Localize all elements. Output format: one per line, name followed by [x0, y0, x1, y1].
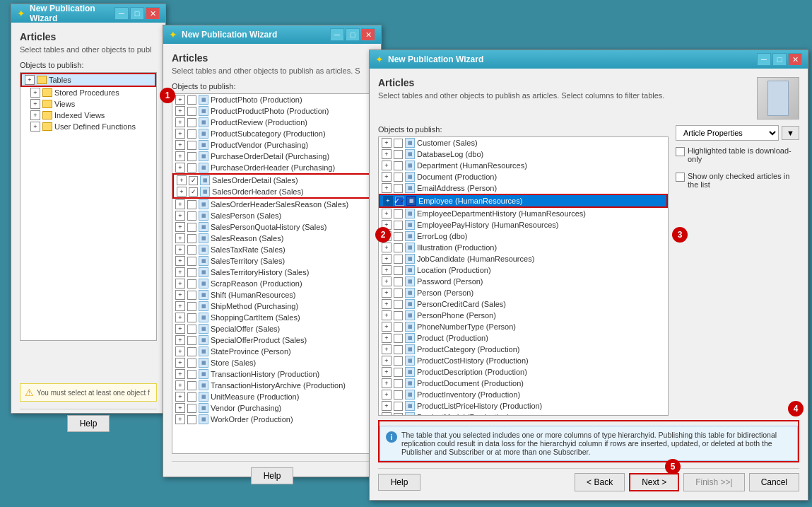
cb-22[interactable] [187, 370, 196, 379]
expand-0[interactable]: + [175, 95, 185, 105]
w2-item-3[interactable]: + ▦ ProductSubcategory (Production) [172, 128, 372, 139]
expand-3[interactable]: + [175, 129, 185, 139]
w3-expand-8[interactable]: + [382, 243, 392, 252]
expand-17[interactable]: + [175, 313, 185, 322]
w3-expand-1[interactable]: + [382, 149, 392, 159]
w2-item-9[interactable]: + ▦ SalesPersonQuotaHistory (Sales) [172, 221, 372, 233]
w3-cb-15[interactable] [394, 322, 403, 332]
close-btn-1[interactable]: ✕ [146, 7, 160, 20]
w3-item-13[interactable]: + ▦ PersonCreditCard (Sales) [379, 298, 668, 310]
expand-21[interactable]: + [175, 358, 185, 368]
cb-5[interactable] [187, 152, 196, 161]
expand-19[interactable]: + [175, 335, 185, 345]
w3-expand-10[interactable]: + [382, 265, 392, 275]
w2-item-13[interactable]: + ▦ SalesTerritoryHistory (Sales) [172, 267, 372, 278]
w3-cb-7[interactable] [394, 232, 403, 241]
w3-cb-16[interactable] [394, 334, 403, 343]
cb-3[interactable] [187, 129, 196, 139]
cb-24[interactable] [187, 392, 196, 402]
expand-18[interactable]: + [175, 324, 185, 334]
tree-item-indexed-views[interactable]: + Indexed Views [20, 110, 156, 121]
cb-18[interactable] [187, 325, 196, 334]
w3-expand-11[interactable]: + [382, 276, 392, 286]
expand-14[interactable]: + [175, 279, 185, 289]
cb-25[interactable] [187, 404, 196, 413]
w3-cb-22[interactable] [394, 402, 403, 411]
w3-cb-9[interactable] [394, 255, 403, 264]
w3-next-btn[interactable]: Next > [629, 473, 679, 491]
w2-item-4[interactable]: + ▦ ProductVendor (Purchasing) [172, 139, 372, 151]
w2-help-btn[interactable]: Help [251, 467, 293, 484]
w3-cb-11[interactable] [394, 277, 403, 286]
expand-15[interactable]: + [175, 290, 185, 300]
w3-expand-4[interactable]: + [382, 183, 392, 193]
tree-item-udf[interactable]: + User Defined Functions [20, 121, 156, 132]
tree-item-stored-procs[interactable]: + Stored Procedures [20, 87, 156, 98]
w3-cb-23[interactable] [394, 413, 403, 416]
w1-tree[interactable]: + Tables + Stored Procedures + Views + I… [20, 72, 157, 341]
w3-item-17[interactable]: + ▦ ProductCategory (Production) [379, 344, 668, 355]
cb-20[interactable] [187, 347, 196, 356]
w2-item-21[interactable]: + ▦ Store (Sales) [172, 357, 372, 368]
w3-item-1[interactable]: + ▦ DatabaseLog (dbo) [379, 148, 668, 160]
show-checked-cb[interactable] [676, 173, 685, 182]
cb-4[interactable] [187, 141, 196, 150]
w3-cb-4[interactable] [394, 184, 403, 193]
cb-1[interactable] [187, 107, 196, 116]
minimize-btn-3[interactable]: ─ [757, 53, 771, 66]
w2-item-20[interactable]: + ▦ StateProvince (Person) [172, 346, 372, 357]
w3-item-16[interactable]: + ▦ Product (Production) [379, 332, 668, 344]
w3-item-23[interactable]: + ▦ ProductModel (Production) [379, 412, 668, 416]
w3-cb-21[interactable] [394, 390, 403, 400]
w2-item-sales-header[interactable]: + ▦ SalesOrderHeader (Sales) [174, 186, 370, 197]
cb-sh[interactable] [189, 187, 198, 197]
w3-cb-2[interactable] [394, 161, 403, 170]
w3-item-6[interactable]: + ▦ EmployeePayHistory (HumanResources) [379, 219, 668, 231]
w3-expand-emp[interactable]: + [383, 196, 393, 206]
w3-cb-17[interactable] [394, 345, 403, 354]
cb-7[interactable] [187, 200, 196, 209]
article-props-dropdown[interactable]: Article Properties [676, 125, 779, 141]
w3-item-4[interactable]: + ▦ EmailAddress (Person) [379, 182, 668, 194]
w2-item-15[interactable]: + ▦ Shift (HumanResources) [172, 289, 372, 301]
cb-23[interactable] [187, 381, 196, 390]
w3-item-21[interactable]: + ▦ ProductInventory (Production) [379, 389, 668, 400]
w3-item-22[interactable]: + ▦ ProductListPriceHistory (Production) [379, 400, 668, 412]
expand-10[interactable]: + [175, 233, 185, 243]
w2-item-2[interactable]: + ▦ ProductReview (Production) [172, 117, 372, 128]
w3-expand-0[interactable]: + [382, 138, 392, 148]
w3-expand-12[interactable]: + [382, 288, 392, 298]
w2-item-18[interactable]: + ▦ SpecialOffer (Sales) [172, 323, 372, 334]
w2-item-22[interactable]: + ▦ TransactionHistory (Production) [172, 368, 372, 380]
w3-cb-8[interactable] [394, 243, 403, 252]
cb-9[interactable] [187, 223, 196, 232]
minimize-btn-2[interactable]: ─ [330, 28, 344, 41]
w3-cb-emp[interactable]: ✓ [395, 197, 404, 206]
expand-views[interactable]: + [30, 99, 40, 109]
cb-19[interactable] [187, 336, 196, 345]
cb-14[interactable] [187, 279, 196, 289]
w2-item-24[interactable]: + ▦ UnitMeasure (Production) [172, 391, 372, 402]
expand-8[interactable]: + [175, 211, 185, 221]
expand-13[interactable]: + [175, 267, 185, 277]
w3-expand-3[interactable]: + [382, 172, 392, 182]
expand-26[interactable]: + [175, 414, 185, 424]
w3-cb-20[interactable] [394, 379, 403, 388]
w3-item-18[interactable]: + ▦ ProductCostHistory (Production) [379, 355, 668, 366]
w3-item-15[interactable]: + ▦ PhoneNumberType (Person) [379, 321, 668, 332]
w2-item-10[interactable]: + ▦ SalesReason (Sales) [172, 233, 372, 244]
cb-6[interactable] [187, 163, 196, 173]
expand-2[interactable]: + [175, 117, 185, 127]
close-btn-2[interactable]: ✕ [361, 28, 375, 41]
w2-item-0[interactable]: + ▦ ProductPhoto (Production) [172, 94, 372, 105]
expand-7[interactable]: + [175, 199, 185, 209]
expand-4[interactable]: + [175, 140, 185, 150]
expand-16[interactable]: + [175, 301, 185, 311]
w3-cb-0[interactable] [394, 139, 403, 148]
maximize-btn-3[interactable]: □ [772, 53, 787, 66]
close-btn-3[interactable]: ✕ [788, 53, 802, 66]
w2-item-8[interactable]: + ▦ SalesPerson (Sales) [172, 210, 372, 221]
w2-item-25[interactable]: + ▦ Vendor (Purchasing) [172, 402, 372, 414]
w3-item-3[interactable]: + ▦ Document (Production) [379, 171, 668, 182]
w3-expand-14[interactable]: + [382, 310, 392, 320]
